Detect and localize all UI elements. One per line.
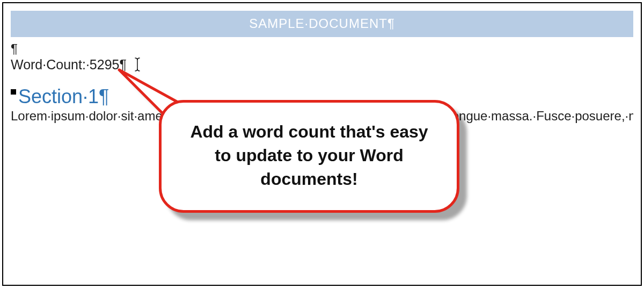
word-count-pilcrow: ¶ [119,57,126,72]
section-bullet-icon [11,89,16,95]
word-count-line[interactable]: Word·Count:·5295¶ [11,56,633,73]
document-page: SAMPLE·DOCUMENT¶ ¶ Word·Count:·5295¶ Sec… [2,2,642,286]
empty-paragraph-mark: ¶ [11,41,633,56]
word-count-value: 5295 [90,57,120,72]
section-heading[interactable]: Section·1¶ [11,89,633,105]
callout-text: Add a word count that's easy to update t… [183,120,435,191]
text-cursor-icon [134,56,134,73]
word-count-label: Word·Count:· [11,57,90,72]
section-heading-text: Section·1¶ [18,85,109,107]
document-title-text: SAMPLE·DOCUMENT¶ [249,16,395,31]
document-body[interactable]: ¶ Word·Count:·5295¶ Section·1¶ Lorem·ips… [11,41,633,125]
document-title-bar: SAMPLE·DOCUMENT¶ [11,11,633,37]
section-body-text[interactable]: Lorem·ipsum·dolor·sit·amet,·consectetuer… [11,107,633,125]
